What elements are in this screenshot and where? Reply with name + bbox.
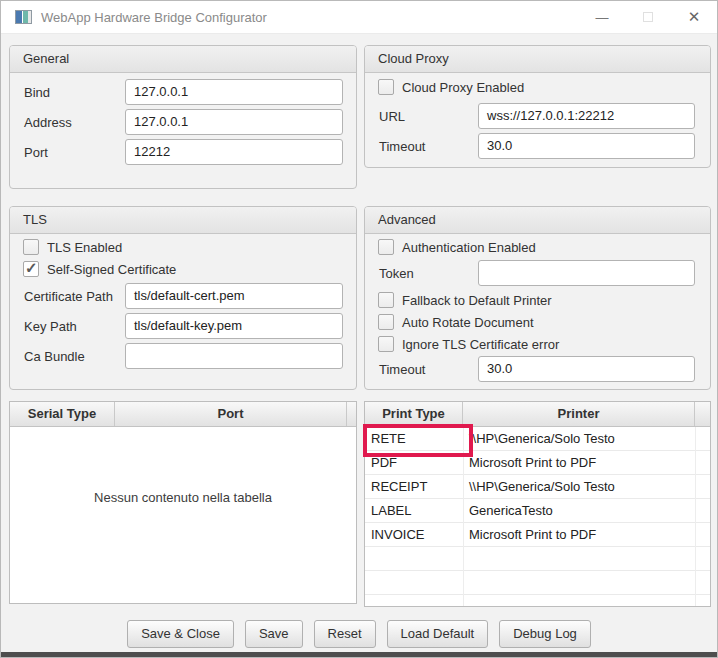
bind-label: Bind xyxy=(24,85,50,100)
save-and-close-button[interactable]: Save & Close xyxy=(127,620,234,648)
advanced-timeout-label: Timeout xyxy=(379,362,425,377)
save-button[interactable]: Save xyxy=(245,620,303,648)
authentication-enabled-label: Authentication Enabled xyxy=(402,240,536,255)
app-window: WebApp Hardware Bridge Configurator — ✕ … xyxy=(0,0,718,658)
checkbox-icon[interactable] xyxy=(378,292,394,308)
window-bottom-edge xyxy=(1,652,717,657)
auto-rotate-document-label: Auto Rotate Document xyxy=(402,315,534,330)
group-cloud-proxy-title: Cloud Proxy xyxy=(365,46,710,73)
ignore-tls-certificate-error-label: Ignore TLS Certificate error xyxy=(402,337,559,352)
checkbox-icon[interactable] xyxy=(23,239,39,255)
key-path-input[interactable]: tls/default-key.pem xyxy=(125,313,343,339)
checkbox-checked-icon[interactable] xyxy=(23,261,39,277)
fallback-default-printer-label: Fallback to Default Printer xyxy=(402,293,552,308)
empty-table-row[interactable] xyxy=(365,547,710,571)
print-type-cell[interactable]: INVOICE xyxy=(365,523,463,546)
authentication-enabled-checkbox[interactable]: Authentication Enabled xyxy=(378,239,536,255)
advanced-timeout-input[interactable]: 30.0 xyxy=(478,356,695,382)
key-path-label: Key Path xyxy=(24,319,77,334)
url-label: URL xyxy=(379,109,405,124)
checkbox-icon[interactable] xyxy=(378,336,394,352)
empty-table-row[interactable] xyxy=(365,571,710,595)
token-input[interactable] xyxy=(478,260,695,286)
checkbox-icon[interactable] xyxy=(378,239,394,255)
action-button-row: Save & Close Save Reset Load Default Deb… xyxy=(1,620,717,648)
tls-enabled-label: TLS Enabled xyxy=(47,240,122,255)
table-row[interactable]: RECEIPT \\HP\Generica/Solo Testo xyxy=(365,475,710,499)
serial-port-column-header[interactable]: Port xyxy=(115,402,347,426)
print-type-cell[interactable]: RECEIPT xyxy=(365,475,463,498)
group-advanced-title: Advanced xyxy=(365,207,710,234)
address-label: Address xyxy=(24,115,72,130)
group-general-title: General xyxy=(10,46,356,73)
close-icon[interactable]: ✕ xyxy=(671,1,717,33)
group-advanced: Advanced Authentication Enabled Token Fa… xyxy=(364,206,711,390)
app-icon xyxy=(15,10,32,24)
checkbox-icon[interactable] xyxy=(378,79,394,95)
table-row[interactable]: INVOICE Microsoft Print to PDF xyxy=(365,523,710,547)
group-general: General Bind 127.0.0.1 Address 127.0.0.1… xyxy=(9,45,357,189)
printer-cell[interactable]: Microsoft Print to PDF xyxy=(463,523,695,546)
debug-log-button[interactable]: Debug Log xyxy=(499,620,591,648)
token-label: Token xyxy=(379,266,414,281)
cloud-timeout-label: Timeout xyxy=(379,139,425,154)
load-default-button[interactable]: Load Default xyxy=(387,620,489,648)
auto-rotate-document-checkbox[interactable]: Auto Rotate Document xyxy=(378,314,534,330)
address-input[interactable]: 127.0.0.1 xyxy=(125,109,343,135)
print-type-cell[interactable]: LABEL xyxy=(365,499,463,522)
title-bar: WebApp Hardware Bridge Configurator — ✕ xyxy=(1,1,717,34)
printer-cell[interactable]: \\HP\Generica/Solo Testo xyxy=(463,427,695,450)
table-row[interactable]: LABEL GenericaTesto xyxy=(365,499,710,523)
cloud-proxy-enabled-label: Cloud Proxy Enabled xyxy=(402,80,524,95)
group-tls: TLS TLS Enabled Self-Signed Certificate … xyxy=(9,206,357,390)
ignore-tls-certificate-error-checkbox[interactable]: Ignore TLS Certificate error xyxy=(378,336,559,352)
cloud-timeout-input[interactable]: 30.0 xyxy=(478,133,695,159)
serial-table-header: Serial Type Port xyxy=(10,402,356,427)
serial-table-empty-message: Nessun contenuto nella tabella xyxy=(10,490,356,505)
serial-table: Serial Type Port Nessun contenuto nella … xyxy=(9,401,357,604)
fallback-default-printer-checkbox[interactable]: Fallback to Default Printer xyxy=(378,292,552,308)
bind-input[interactable]: 127.0.0.1 xyxy=(125,79,343,105)
maximize-icon[interactable] xyxy=(625,1,671,33)
ca-bundle-input[interactable] xyxy=(125,343,343,369)
self-signed-certificate-label: Self-Signed Certificate xyxy=(47,262,176,277)
url-input[interactable]: wss://127.0.0.1:22212 xyxy=(478,103,695,129)
column-divider xyxy=(695,427,696,606)
printer-cell[interactable]: Microsoft Print to PDF xyxy=(463,451,695,474)
self-signed-certificate-checkbox[interactable]: Self-Signed Certificate xyxy=(23,261,176,277)
checkbox-icon[interactable] xyxy=(378,314,394,330)
group-cloud-proxy: Cloud Proxy Cloud Proxy Enabled URL wss:… xyxy=(364,45,711,168)
serial-type-column-header[interactable]: Serial Type xyxy=(10,402,115,426)
highlight-annotation-box xyxy=(363,424,473,457)
group-tls-title: TLS xyxy=(10,207,356,234)
window-title: WebApp Hardware Bridge Configurator xyxy=(41,10,267,25)
ca-bundle-label: Ca Bundle xyxy=(24,349,85,364)
port-label: Port xyxy=(24,145,48,160)
print-type-column-header[interactable]: Print Type xyxy=(365,402,463,426)
printer-cell[interactable]: \\HP\Generica/Solo Testo xyxy=(463,475,695,498)
reset-button[interactable]: Reset xyxy=(314,620,376,648)
printer-column-header[interactable]: Printer xyxy=(463,402,695,426)
port-input[interactable]: 12212 xyxy=(125,139,343,165)
minimize-icon[interactable]: — xyxy=(579,1,625,33)
printer-cell[interactable]: GenericaTesto xyxy=(463,499,695,522)
certificate-path-input[interactable]: tls/default-cert.pem xyxy=(125,283,343,309)
tls-enabled-checkbox[interactable]: TLS Enabled xyxy=(23,239,122,255)
window-controls: — ✕ xyxy=(579,1,717,33)
certificate-path-label: Certificate Path xyxy=(24,289,113,304)
cloud-proxy-enabled-checkbox[interactable]: Cloud Proxy Enabled xyxy=(378,79,524,95)
